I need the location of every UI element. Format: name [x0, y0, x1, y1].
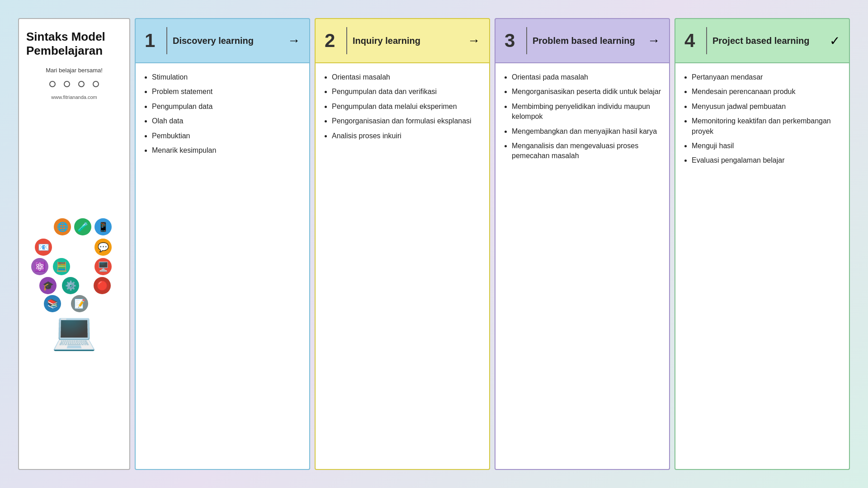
list-item-1-6: Menarik kesimpulan	[152, 145, 301, 155]
list-item-1-3: Pengumpulan data	[152, 102, 301, 112]
icon-chat: 💬	[94, 239, 112, 256]
main-container: Sintaks Model Pembelajaran Mari belajar …	[9, 9, 859, 479]
icon-grad: 🎓	[39, 277, 57, 294]
icon-settings: ⚙️	[62, 277, 79, 294]
dot-4	[93, 81, 99, 87]
columns-container: 1Discovery learning→StimulationProblem s…	[135, 18, 850, 470]
icon-cluster: 🌐 🧪 📱 📧 💬 ⚛️ 🧮 🖥️ 🎓 ⚙️ 🔴 📚 📝 💻	[27, 218, 122, 349]
column-card-2: 2Inquiry learning→Orientasi masalahPengu…	[315, 18, 490, 470]
card-number-2: 2	[325, 31, 341, 50]
card-list-4: Pertanyaan mendasarMendesain perencanaan…	[684, 72, 841, 166]
card-number-1: 1	[145, 31, 161, 50]
icon-stop: 🔴	[94, 277, 111, 294]
card-title-wrap-1: Discovery learning	[173, 35, 282, 46]
illustration-area: 🌐 🧪 📱 📧 💬 ⚛️ 🧮 🖥️ 🎓 ⚙️ 🔴 📚 📝 💻	[26, 105, 122, 462]
card-body-2: Orientasi masalahPengumpulan data dan ve…	[315, 63, 490, 470]
card-divider-4	[706, 27, 707, 54]
left-panel: Sintaks Model Pembelajaran Mari belajar …	[18, 18, 130, 470]
card-title-wrap-2: Inquiry learning	[353, 35, 462, 46]
left-subtitle: Mari belajar bersama!	[46, 67, 103, 74]
card-title-2: Inquiry learning	[353, 35, 462, 46]
card-list-3: Orientasi pada masalahMengorganisasikan …	[504, 72, 661, 161]
card-number-3: 3	[505, 31, 521, 50]
dots-row	[49, 81, 99, 87]
list-item-4-4: Memonitoring keaktifan dan perkembangan …	[692, 116, 841, 136]
card-arrow-icon-1: →	[288, 33, 300, 48]
icon-atom: ⚛️	[31, 258, 48, 275]
card-arrow-icon-3: →	[647, 33, 660, 48]
card-number-4: 4	[684, 31, 701, 50]
card-header-1: 1Discovery learning→	[135, 18, 310, 63]
icon-note: 📝	[71, 295, 88, 312]
column-card-3: 3Problem based learning→Orientasi pada m…	[495, 18, 670, 470]
card-body-4: Pertanyaan mendasarMendesain perencanaan…	[675, 63, 850, 470]
dot-1	[49, 81, 56, 87]
dot-2	[64, 81, 70, 87]
dot-3	[78, 81, 85, 87]
list-item-3-3: Membimbing penyelidikan individu maupun …	[512, 102, 661, 122]
list-item-2-5: Analisis proses inkuiri	[332, 131, 481, 141]
list-item-2-1: Orientasi masalah	[332, 72, 481, 82]
card-list-1: StimulationProblem statementPengumpulan …	[144, 72, 301, 155]
card-header-2: 2Inquiry learning→	[315, 18, 490, 63]
list-item-3-5: Menganalisis dan mengevaluasi proses pem…	[512, 141, 661, 161]
list-item-4-2: Mendesain perencanaan produk	[692, 87, 841, 97]
list-item-1-1: Stimulation	[152, 72, 301, 82]
card-title-4: Project based learning	[712, 35, 824, 46]
card-title-wrap-3: Problem based learning	[533, 35, 642, 46]
card-header-3: 3Problem based learning→	[495, 18, 670, 63]
icon-globe: 🌐	[54, 218, 71, 235]
card-body-1: StimulationProblem statementPengumpulan …	[135, 63, 310, 470]
card-header-4: 4Project based learning✓	[675, 18, 850, 63]
book-laptop-icon: 💻	[52, 313, 97, 349]
card-divider-3	[526, 27, 527, 54]
left-title: Sintaks Model Pembelajaran	[26, 30, 122, 58]
icon-mail: 📧	[35, 239, 52, 256]
list-item-1-2: Problem statement	[152, 87, 301, 97]
list-item-3-2: Mengorganisasikan peserta didik untuk be…	[512, 87, 661, 97]
list-item-2-2: Pengumpulan data dan verifikasi	[332, 87, 481, 97]
card-body-3: Orientasi pada masalahMengorganisasikan …	[495, 63, 670, 470]
list-item-4-3: Menyusun jadwal pembuatan	[692, 102, 841, 112]
card-title-1: Discovery learning	[173, 35, 282, 46]
icon-calc: 🧮	[53, 258, 70, 275]
column-card-4: 4Project based learning✓Pertanyaan menda…	[675, 18, 850, 470]
list-item-3-4: Mengembangkan dan menyajikan hasil karya	[512, 127, 661, 136]
card-arrow-icon-2: →	[467, 33, 480, 48]
card-list-2: Orientasi masalahPengumpulan data dan ve…	[324, 72, 481, 141]
list-item-3-1: Orientasi pada masalah	[512, 72, 661, 82]
card-title-wrap-4: Project based learning	[712, 35, 824, 46]
website-text: www.fitriananda.com	[51, 94, 97, 100]
icon-tablet: 📱	[94, 218, 112, 235]
card-title-3: Problem based learning	[533, 35, 642, 46]
column-card-1: 1Discovery learning→StimulationProblem s…	[135, 18, 310, 470]
icon-monitor: 🖥️	[94, 258, 112, 275]
list-item-1-4: Olah data	[152, 116, 301, 126]
card-divider-2	[346, 27, 347, 54]
card-divider-1	[166, 27, 167, 54]
card-arrow-icon-4: ✓	[830, 33, 840, 48]
icon-book2: 📚	[44, 295, 61, 312]
list-item-1-5: Pembuktian	[152, 131, 301, 141]
list-item-4-6: Evaluasi pengalaman belajar	[692, 155, 841, 165]
list-item-2-3: Pengumpulan data melalui eksperimen	[332, 102, 481, 112]
list-item-4-1: Pertanyaan mendasar	[692, 72, 841, 82]
list-item-2-4: Pengorganisasian dan formulasi eksplanas…	[332, 116, 481, 126]
list-item-4-5: Menguji hasil	[692, 141, 841, 151]
icon-science: 🧪	[74, 218, 91, 235]
